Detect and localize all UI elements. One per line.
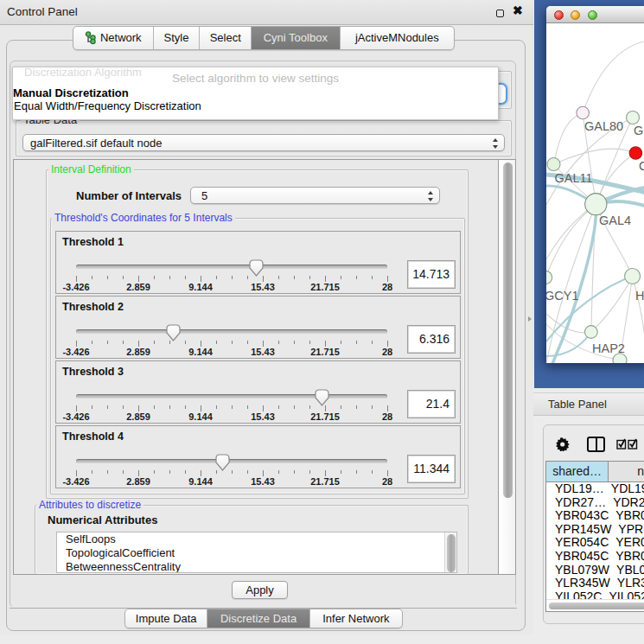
svg-text:GAL80: GAL80	[584, 119, 623, 133]
svg-text:H: H	[635, 289, 644, 303]
svg-text:G: G	[634, 124, 643, 137]
svg-text:C: C	[639, 159, 644, 173]
svg-text:HAP2: HAP2	[592, 341, 625, 355]
svg-text:GAL11: GAL11	[555, 171, 593, 185]
svg-text:GCY1: GCY1	[546, 289, 579, 303]
svg-text:GAL4: GAL4	[599, 214, 631, 227]
